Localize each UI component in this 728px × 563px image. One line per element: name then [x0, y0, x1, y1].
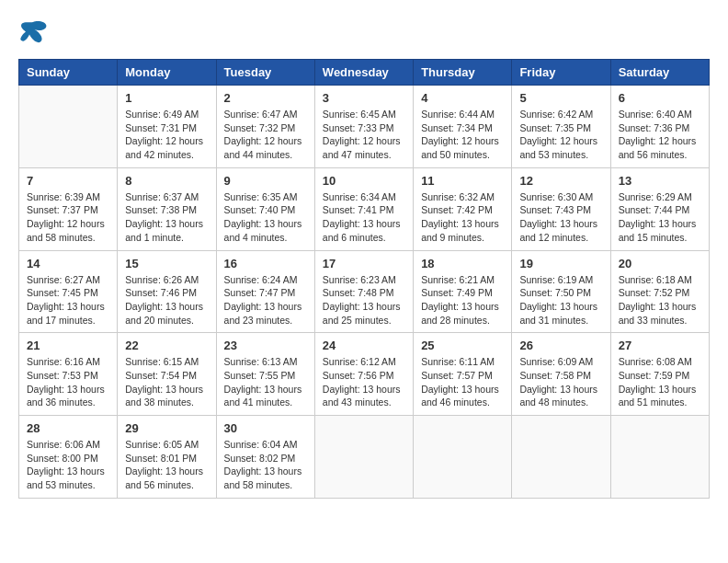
- calendar-cell: 5Sunrise: 6:42 AM Sunset: 7:35 PM Daylig…: [512, 86, 610, 168]
- calendar-cell: [19, 86, 118, 168]
- day-number: 5: [519, 91, 602, 105]
- calendar-week-row: 1Sunrise: 6:49 AM Sunset: 7:31 PM Daylig…: [19, 86, 710, 168]
- day-info: Sunrise: 6:34 AM Sunset: 7:41 PM Dayligh…: [323, 190, 405, 245]
- day-info: Sunrise: 6:06 AM Sunset: 8:00 PM Dayligh…: [27, 438, 109, 492]
- calendar-cell: 7Sunrise: 6:39 AM Sunset: 7:37 PM Daylig…: [19, 167, 118, 250]
- day-number: 7: [27, 174, 109, 188]
- calendar-cell: [314, 416, 413, 499]
- day-number: 10: [323, 174, 405, 188]
- calendar-cell: 11Sunrise: 6:32 AM Sunset: 7:42 PM Dayli…: [414, 167, 512, 250]
- day-info: Sunrise: 6:09 AM Sunset: 7:58 PM Dayligh…: [519, 355, 602, 409]
- logo: [18, 18, 51, 44]
- day-number: 26: [519, 339, 602, 352]
- calendar-cell: 8Sunrise: 6:37 AM Sunset: 7:38 PM Daylig…: [118, 167, 216, 250]
- day-info: Sunrise: 6:04 AM Sunset: 8:02 PM Dayligh…: [224, 438, 307, 492]
- day-info: Sunrise: 6:39 AM Sunset: 7:37 PM Dayligh…: [27, 190, 109, 245]
- calendar-table: SundayMondayTuesdayWednesdayThursdayFrid…: [18, 59, 710, 499]
- calendar-cell: 13Sunrise: 6:29 AM Sunset: 7:44 PM Dayli…: [610, 167, 709, 250]
- day-number: 22: [125, 339, 208, 352]
- day-info: Sunrise: 6:30 AM Sunset: 7:43 PM Dayligh…: [519, 190, 602, 245]
- day-number: 28: [27, 421, 109, 435]
- day-number: 17: [323, 257, 405, 270]
- day-number: 12: [519, 174, 602, 188]
- day-number: 8: [125, 174, 208, 188]
- calendar-cell: 24Sunrise: 6:12 AM Sunset: 7:56 PM Dayli…: [314, 333, 413, 416]
- calendar-cell: 19Sunrise: 6:19 AM Sunset: 7:50 PM Dayli…: [512, 250, 610, 333]
- calendar-cell: 26Sunrise: 6:09 AM Sunset: 7:58 PM Dayli…: [512, 333, 610, 416]
- day-info: Sunrise: 6:42 AM Sunset: 7:35 PM Dayligh…: [519, 108, 602, 162]
- day-info: Sunrise: 6:12 AM Sunset: 7:56 PM Dayligh…: [323, 355, 405, 409]
- day-header-wednesday: Wednesday: [314, 60, 413, 86]
- calendar-cell: 14Sunrise: 6:27 AM Sunset: 7:45 PM Dayli…: [19, 250, 118, 333]
- day-number: 24: [323, 339, 405, 352]
- calendar-cell: 27Sunrise: 6:08 AM Sunset: 7:59 PM Dayli…: [610, 333, 709, 416]
- day-number: 15: [125, 257, 208, 270]
- calendar-cell: 4Sunrise: 6:44 AM Sunset: 7:34 PM Daylig…: [414, 86, 512, 168]
- calendar-cell: 30Sunrise: 6:04 AM Sunset: 8:02 PM Dayli…: [216, 416, 314, 499]
- day-header-friday: Friday: [512, 60, 610, 86]
- day-info: Sunrise: 6:11 AM Sunset: 7:57 PM Dayligh…: [421, 355, 504, 409]
- day-number: 9: [224, 174, 307, 188]
- day-number: 16: [224, 257, 307, 270]
- day-info: Sunrise: 6:15 AM Sunset: 7:54 PM Dayligh…: [125, 355, 208, 409]
- day-info: Sunrise: 6:08 AM Sunset: 7:59 PM Dayligh…: [619, 355, 701, 409]
- calendar-cell: 20Sunrise: 6:18 AM Sunset: 7:52 PM Dayli…: [610, 250, 709, 333]
- calendar-cell: 3Sunrise: 6:45 AM Sunset: 7:33 PM Daylig…: [314, 86, 413, 168]
- day-number: 27: [619, 339, 701, 352]
- calendar-header-row: SundayMondayTuesdayWednesdayThursdayFrid…: [19, 60, 710, 86]
- day-number: 11: [421, 174, 504, 188]
- day-info: Sunrise: 6:49 AM Sunset: 7:31 PM Dayligh…: [125, 108, 208, 162]
- day-number: 1: [125, 91, 208, 105]
- day-number: 6: [619, 91, 701, 105]
- day-number: 3: [323, 91, 405, 105]
- day-info: Sunrise: 6:05 AM Sunset: 8:01 PM Dayligh…: [125, 438, 208, 492]
- day-info: Sunrise: 6:47 AM Sunset: 7:32 PM Dayligh…: [224, 108, 307, 162]
- day-info: Sunrise: 6:37 AM Sunset: 7:38 PM Dayligh…: [125, 190, 208, 245]
- day-number: 2: [224, 91, 307, 105]
- calendar-cell: [512, 416, 610, 499]
- day-info: Sunrise: 6:18 AM Sunset: 7:52 PM Dayligh…: [619, 273, 701, 327]
- calendar-cell: 1Sunrise: 6:49 AM Sunset: 7:31 PM Daylig…: [118, 86, 216, 168]
- calendar-week-row: 21Sunrise: 6:16 AM Sunset: 7:53 PM Dayli…: [19, 333, 710, 416]
- day-info: Sunrise: 6:21 AM Sunset: 7:49 PM Dayligh…: [421, 273, 504, 327]
- day-header-thursday: Thursday: [414, 60, 512, 86]
- day-info: Sunrise: 6:44 AM Sunset: 7:34 PM Dayligh…: [421, 108, 504, 162]
- day-info: Sunrise: 6:27 AM Sunset: 7:45 PM Dayligh…: [27, 273, 109, 327]
- calendar-cell: 29Sunrise: 6:05 AM Sunset: 8:01 PM Dayli…: [118, 416, 216, 499]
- calendar-cell: 6Sunrise: 6:40 AM Sunset: 7:36 PM Daylig…: [610, 86, 709, 168]
- logo-icon: [18, 18, 48, 44]
- day-info: Sunrise: 6:24 AM Sunset: 7:47 PM Dayligh…: [224, 273, 307, 327]
- calendar-cell: 18Sunrise: 6:21 AM Sunset: 7:49 PM Dayli…: [414, 250, 512, 333]
- calendar-cell: 16Sunrise: 6:24 AM Sunset: 7:47 PM Dayli…: [216, 250, 314, 333]
- day-info: Sunrise: 6:26 AM Sunset: 7:46 PM Dayligh…: [125, 273, 208, 327]
- day-info: Sunrise: 6:35 AM Sunset: 7:40 PM Dayligh…: [224, 190, 307, 245]
- page-header: [18, 18, 710, 44]
- calendar-cell: 22Sunrise: 6:15 AM Sunset: 7:54 PM Dayli…: [118, 333, 216, 416]
- day-info: Sunrise: 6:16 AM Sunset: 7:53 PM Dayligh…: [27, 355, 109, 409]
- day-info: Sunrise: 6:19 AM Sunset: 7:50 PM Dayligh…: [519, 273, 602, 327]
- calendar-cell: 21Sunrise: 6:16 AM Sunset: 7:53 PM Dayli…: [19, 333, 118, 416]
- day-number: 18: [421, 257, 504, 270]
- day-header-sunday: Sunday: [19, 60, 118, 86]
- day-number: 14: [27, 257, 109, 270]
- day-info: Sunrise: 6:29 AM Sunset: 7:44 PM Dayligh…: [619, 190, 701, 245]
- day-number: 30: [224, 421, 307, 435]
- calendar-cell: 17Sunrise: 6:23 AM Sunset: 7:48 PM Dayli…: [314, 250, 413, 333]
- calendar-week-row: 14Sunrise: 6:27 AM Sunset: 7:45 PM Dayli…: [19, 250, 710, 333]
- calendar-cell: 25Sunrise: 6:11 AM Sunset: 7:57 PM Dayli…: [414, 333, 512, 416]
- day-header-tuesday: Tuesday: [216, 60, 314, 86]
- calendar-cell: 12Sunrise: 6:30 AM Sunset: 7:43 PM Dayli…: [512, 167, 610, 250]
- calendar-week-row: 7Sunrise: 6:39 AM Sunset: 7:37 PM Daylig…: [19, 167, 710, 250]
- day-number: 29: [125, 421, 208, 435]
- calendar-cell: 10Sunrise: 6:34 AM Sunset: 7:41 PM Dayli…: [314, 167, 413, 250]
- calendar-cell: 23Sunrise: 6:13 AM Sunset: 7:55 PM Dayli…: [216, 333, 314, 416]
- day-info: Sunrise: 6:40 AM Sunset: 7:36 PM Dayligh…: [619, 108, 701, 162]
- day-number: 25: [421, 339, 504, 352]
- day-number: 4: [421, 91, 504, 105]
- day-number: 23: [224, 339, 307, 352]
- day-info: Sunrise: 6:45 AM Sunset: 7:33 PM Dayligh…: [323, 108, 405, 162]
- calendar-cell: [414, 416, 512, 499]
- day-number: 13: [619, 174, 701, 188]
- day-number: 19: [519, 257, 602, 270]
- calendar-cell: [610, 416, 709, 499]
